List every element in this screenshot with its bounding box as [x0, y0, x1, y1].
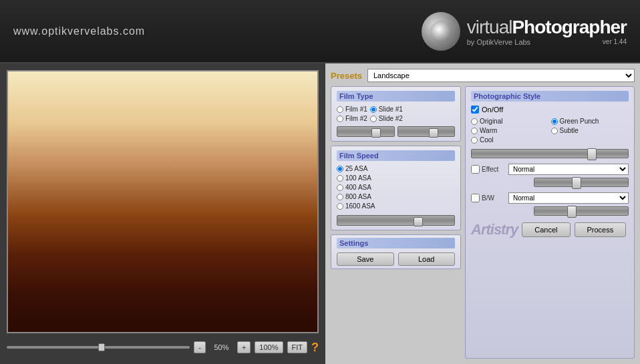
header: www.optikvervelabs.com virtualPhotograph…: [0, 0, 640, 63]
app-byline: by OptikVerve Labs ver 1.44: [467, 38, 627, 46]
asa1600-radio[interactable]: [337, 203, 343, 210]
on-off-row: On/Off: [471, 106, 629, 114]
preview-controls: - 50% + 100% FIT ?: [7, 337, 319, 357]
on-off-checkbox[interactable]: [471, 106, 479, 114]
asa100-radio[interactable]: [337, 175, 343, 182]
film-slider1[interactable]: [337, 126, 395, 137]
process-button[interactable]: Process: [575, 222, 627, 237]
film-speed-panel: Film Speed 25 ASA 100 ASA 400 ASA 800: [331, 146, 461, 230]
effect-text: Effect: [482, 166, 498, 173]
preview-area: - 50% + 100% FIT ?: [0, 63, 325, 364]
zoom-value: 50%: [210, 343, 233, 351]
asa400-radio[interactable]: [337, 184, 343, 191]
subtle-radio[interactable]: [551, 128, 558, 134]
zoom-slider[interactable]: [7, 346, 190, 349]
green-punch-radio[interactable]: [551, 118, 558, 125]
warm-radio[interactable]: [471, 128, 478, 134]
asa400-option[interactable]: 400 ASA: [337, 184, 455, 191]
presets-label: Presets: [331, 71, 362, 81]
zoom-plus-button[interactable]: +: [237, 341, 251, 353]
app-title: virtualPhotographer: [467, 17, 627, 38]
film-type-col1: Film #1 Film #2: [337, 106, 367, 122]
watermark-text: Artistry: [471, 221, 518, 238]
asa25-option[interactable]: 25 ASA: [337, 165, 455, 172]
effect-label: Effect: [471, 165, 504, 174]
film-slider1-thumb: [371, 128, 381, 138]
cancel-button[interactable]: Cancel: [522, 222, 570, 237]
settings-title: Settings: [337, 238, 455, 248]
film-speed-slider[interactable]: [337, 215, 455, 226]
film-type-col2: Slide #1 Slide #2: [370, 106, 403, 122]
slide2-radio[interactable]: [370, 116, 377, 122]
cool-option[interactable]: Cool: [471, 136, 549, 144]
settings-buttons: Save Load: [337, 252, 455, 266]
effect-slider-thumb: [572, 177, 581, 189]
style-slider[interactable]: [471, 149, 629, 158]
film-speed-title: Film Speed: [337, 150, 455, 161]
film2-option[interactable]: Film #2: [337, 115, 367, 122]
asa1600-option[interactable]: 1600 ASA: [337, 202, 455, 210]
help-icon[interactable]: ?: [311, 341, 319, 355]
film1-radio[interactable]: [337, 106, 343, 113]
bw-checkbox[interactable]: [471, 194, 480, 202]
logo-area: virtualPhotographer by OptikVerve Labs v…: [422, 12, 627, 51]
bw-slider[interactable]: [534, 206, 629, 216]
logo-icon: [422, 12, 460, 51]
bw-label: B/W: [471, 194, 504, 202]
bw-select[interactable]: Normal Warm Cool: [508, 192, 629, 204]
asa25-radio[interactable]: [337, 166, 343, 172]
app-title-virtual: virtual: [467, 17, 512, 37]
action-buttons: Artistry Cancel Process: [471, 221, 629, 238]
zoom-slider-thumb: [98, 343, 105, 351]
bw-slider-thumb: [567, 206, 577, 218]
left-sub-panels: Film Type Film #1 Film #2: [331, 86, 461, 359]
on-off-label: On/Off: [482, 106, 503, 114]
effect-checkbox[interactable]: [471, 165, 480, 174]
load-button[interactable]: Load: [398, 252, 456, 266]
style-slider-thumb: [587, 148, 597, 160]
effect-slider[interactable]: [534, 178, 629, 187]
green-punch-option[interactable]: Green Punch: [551, 118, 629, 125]
film2-radio[interactable]: [337, 116, 343, 122]
asa100-option[interactable]: 100 ASA: [337, 174, 455, 182]
preview-image: [8, 71, 317, 332]
film-speed-options: 25 ASA 100 ASA 400 ASA 800 ASA 1600: [337, 165, 455, 210]
asa800-radio[interactable]: [337, 194, 343, 200]
logo-text: virtualPhotographer by OptikVerve Labs v…: [467, 17, 627, 46]
zoom-fit-button[interactable]: FIT: [287, 341, 308, 353]
bw-text: B/W: [482, 194, 494, 202]
slide2-option[interactable]: Slide #2: [370, 115, 403, 122]
logo-inner: [430, 21, 452, 42]
subtle-option[interactable]: Subtle: [551, 127, 629, 134]
film-speed-slider-thumb: [414, 217, 423, 226]
film1-option[interactable]: Film #1: [337, 106, 367, 113]
film-type-sliders: [337, 126, 455, 137]
main-area: - 50% + 100% FIT ? Presets Landscape Por…: [0, 63, 640, 364]
zoom-full-button[interactable]: 100%: [255, 341, 283, 353]
film-slider2[interactable]: [397, 126, 456, 137]
warm-option[interactable]: Warm: [471, 127, 549, 134]
header-url: www.optikvervelabs.com: [13, 25, 145, 37]
film-type-options: Film #1 Film #2 Slide #1 Slide #2: [337, 106, 455, 122]
original-radio[interactable]: [471, 118, 478, 125]
film-type-panel: Film Type Film #1 Film #2: [331, 86, 461, 142]
settings-panel: Settings Save Load: [331, 234, 461, 269]
preview-canvas: [7, 70, 319, 333]
presets-bar: Presets Landscape Portrait Night Action …: [331, 69, 635, 82]
film-slider2-thumb: [429, 128, 438, 138]
photo-style-panel: Photographic Style On/Off Original Green…: [465, 86, 635, 359]
save-button[interactable]: Save: [337, 252, 394, 266]
bw-row: B/W Normal Warm Cool: [471, 192, 629, 204]
app-version: ver 1.44: [603, 38, 627, 45]
zoom-minus-button[interactable]: -: [194, 341, 206, 353]
asa800-option[interactable]: 800 ASA: [337, 193, 455, 200]
slide1-option[interactable]: Slide #1: [370, 106, 403, 113]
photo-style-title: Photographic Style: [471, 91, 629, 102]
slide1-radio[interactable]: [370, 106, 377, 113]
cool-radio[interactable]: [471, 137, 478, 144]
original-option[interactable]: Original: [471, 118, 549, 125]
effect-select[interactable]: Normal Soft Hard Overlay: [508, 164, 629, 175]
presets-select[interactable]: Landscape Portrait Night Action Custom: [367, 69, 635, 82]
panels-row: Film Type Film #1 Film #2: [331, 86, 635, 359]
effect-row: Effect Normal Soft Hard Overlay: [471, 164, 629, 175]
